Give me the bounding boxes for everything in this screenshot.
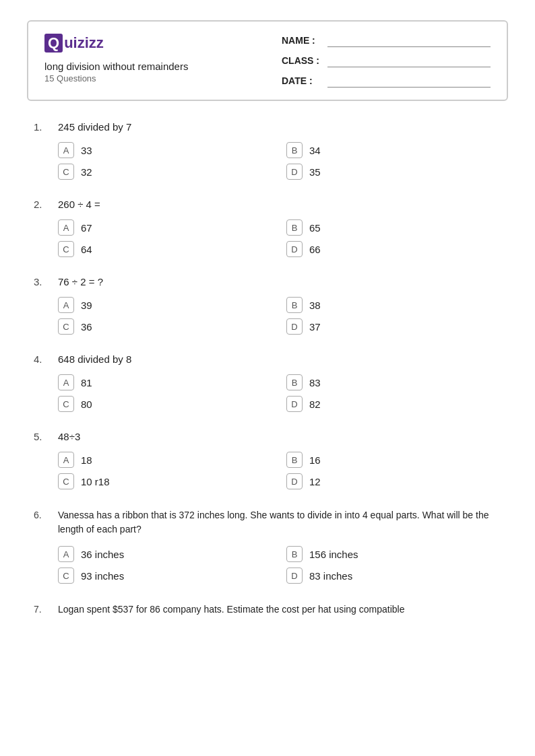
question-2-body: 260 ÷ 4 = xyxy=(58,199,100,210)
question-2-num: 2. xyxy=(34,199,50,210)
option-label-5-a: A xyxy=(58,452,74,468)
question-1: 1. 245 divided by 7 A 33 B 34 C 32 D 35 xyxy=(34,121,501,180)
question-3-num: 3. xyxy=(34,276,50,287)
option-3-a[interactable]: A 39 xyxy=(58,297,273,313)
option-4-b[interactable]: B 83 xyxy=(286,374,501,390)
option-label-4-b: B xyxy=(286,374,303,390)
option-text-5-d: 12 xyxy=(309,476,321,487)
option-label-2-c: C xyxy=(58,241,74,257)
option-6-b[interactable]: B 156 inches xyxy=(286,546,501,562)
option-2-a[interactable]: A 67 xyxy=(58,219,273,236)
option-text-3-b: 38 xyxy=(309,300,321,311)
option-5-b[interactable]: B 16 xyxy=(286,452,501,468)
option-text-4-c: 80 xyxy=(81,399,92,410)
question-4-num: 4. xyxy=(34,353,50,365)
option-label-4-d: D xyxy=(286,396,303,412)
option-label-6-a: A xyxy=(58,546,74,562)
option-1-b[interactable]: B 34 xyxy=(286,142,501,158)
class-field-row: CLASS : xyxy=(282,54,491,67)
question-2-text: 2. 260 ÷ 4 = xyxy=(34,199,501,210)
option-label-1-a: A xyxy=(58,142,74,158)
option-label-5-c: C xyxy=(58,473,74,489)
question-3-body: 76 ÷ 2 = ? xyxy=(58,276,103,287)
option-text-4-b: 83 xyxy=(309,377,321,388)
option-4-a[interactable]: A 81 xyxy=(58,374,273,390)
question-7-text: 7. Logan spent $537 for 86 company hats.… xyxy=(34,603,501,617)
option-label-4-c: C xyxy=(58,396,74,412)
option-6-a[interactable]: A 36 inches xyxy=(58,546,273,562)
option-4-c[interactable]: C 80 xyxy=(58,396,273,412)
question-6: 6. Vanessa has a ribbon that is 372 inch… xyxy=(34,508,501,584)
worksheet-subtitle: 15 Questions xyxy=(44,73,188,83)
questions-area: 1. 245 divided by 7 A 33 B 34 C 32 D 35 xyxy=(27,121,508,617)
option-text-6-c: 93 inches xyxy=(81,570,124,582)
question-4-text: 4. 648 divided by 8 xyxy=(34,353,501,365)
option-label-2-d: D xyxy=(286,241,303,257)
worksheet-title: long division without remainders xyxy=(44,61,188,72)
logo: Quizizz xyxy=(44,34,188,53)
option-label-1-c: C xyxy=(58,164,74,180)
question-4: 4. 648 divided by 8 A 81 B 83 C 80 D 82 xyxy=(34,353,501,412)
header-box: Quizizz long division without remainders… xyxy=(27,20,508,101)
option-label-5-d: D xyxy=(286,473,303,489)
name-field-row: NAME : xyxy=(282,34,491,47)
logo-rest: uizizz xyxy=(64,34,104,52)
option-2-c[interactable]: C 64 xyxy=(58,241,273,257)
question-4-options: A 81 B 83 C 80 D 82 xyxy=(58,374,501,412)
option-5-c[interactable]: C 10 r18 xyxy=(58,473,273,489)
option-text-3-c: 36 xyxy=(81,321,92,333)
option-text-1-d: 35 xyxy=(309,166,321,178)
question-3-options: A 39 B 38 C 36 D 37 xyxy=(58,297,501,335)
question-7: 7. Logan spent $537 for 86 company hats.… xyxy=(34,603,501,617)
option-1-a[interactable]: A 33 xyxy=(58,142,273,158)
option-2-b[interactable]: B 65 xyxy=(286,219,501,236)
option-5-d[interactable]: D 12 xyxy=(286,473,501,489)
header-left: Quizizz long division without remainders… xyxy=(44,34,188,83)
option-6-d[interactable]: D 83 inches xyxy=(286,568,501,584)
option-text-6-b: 156 inches xyxy=(309,549,358,560)
option-text-3-d: 37 xyxy=(309,321,321,333)
option-6-c[interactable]: C 93 inches xyxy=(58,568,273,584)
question-1-num: 1. xyxy=(34,121,50,133)
question-5-options: A 18 B 16 C 10 r18 D 12 xyxy=(58,452,501,489)
option-text-5-c: 10 r18 xyxy=(81,476,110,487)
question-4-body: 648 divided by 8 xyxy=(58,353,131,365)
question-3: 3. 76 ÷ 2 = ? A 39 B 38 C 36 D 37 xyxy=(34,276,501,335)
option-text-2-c: 64 xyxy=(81,244,92,255)
question-1-text: 1. 245 divided by 7 xyxy=(34,121,501,133)
question-3-text: 3. 76 ÷ 2 = ? xyxy=(34,276,501,287)
name-line xyxy=(327,34,491,47)
option-text-6-d: 83 inches xyxy=(309,570,352,582)
question-7-num: 7. xyxy=(34,603,50,617)
question-5-body: 48÷3 xyxy=(58,431,80,442)
question-6-options: A 36 inches B 156 inches C 93 inches D 8… xyxy=(58,546,501,584)
option-label-5-b: B xyxy=(286,452,303,468)
option-text-2-a: 67 xyxy=(81,222,92,234)
option-5-a[interactable]: A 18 xyxy=(58,452,273,468)
option-4-d[interactable]: D 82 xyxy=(286,396,501,412)
question-2: 2. 260 ÷ 4 = A 67 B 65 C 64 D 66 xyxy=(34,199,501,257)
option-1-c[interactable]: C 32 xyxy=(58,164,273,180)
option-text-1-c: 32 xyxy=(81,166,92,178)
option-text-1-a: 33 xyxy=(81,145,92,156)
option-label-3-c: C xyxy=(58,318,74,335)
option-label-2-a: A xyxy=(58,219,74,236)
question-2-options: A 67 B 65 C 64 D 66 xyxy=(58,219,501,257)
option-text-5-a: 18 xyxy=(81,454,92,466)
option-text-4-a: 81 xyxy=(81,377,92,388)
option-3-d[interactable]: D 37 xyxy=(286,318,501,335)
option-3-c[interactable]: C 36 xyxy=(58,318,273,335)
option-text-6-a: 36 inches xyxy=(81,549,124,560)
question-6-num: 6. xyxy=(34,508,50,537)
option-label-3-a: A xyxy=(58,297,74,313)
option-2-d[interactable]: D 66 xyxy=(286,241,501,257)
option-1-d[interactable]: D 35 xyxy=(286,164,501,180)
option-label-6-d: D xyxy=(286,568,303,584)
option-text-2-b: 65 xyxy=(309,222,321,234)
question-5: 5. 48÷3 A 18 B 16 C 10 r18 D 12 xyxy=(34,431,501,489)
date-field-row: DATE : xyxy=(282,74,491,88)
option-label-1-d: D xyxy=(286,164,303,180)
question-5-num: 5. xyxy=(34,431,50,442)
option-label-1-b: B xyxy=(286,142,303,158)
option-3-b[interactable]: B 38 xyxy=(286,297,501,313)
